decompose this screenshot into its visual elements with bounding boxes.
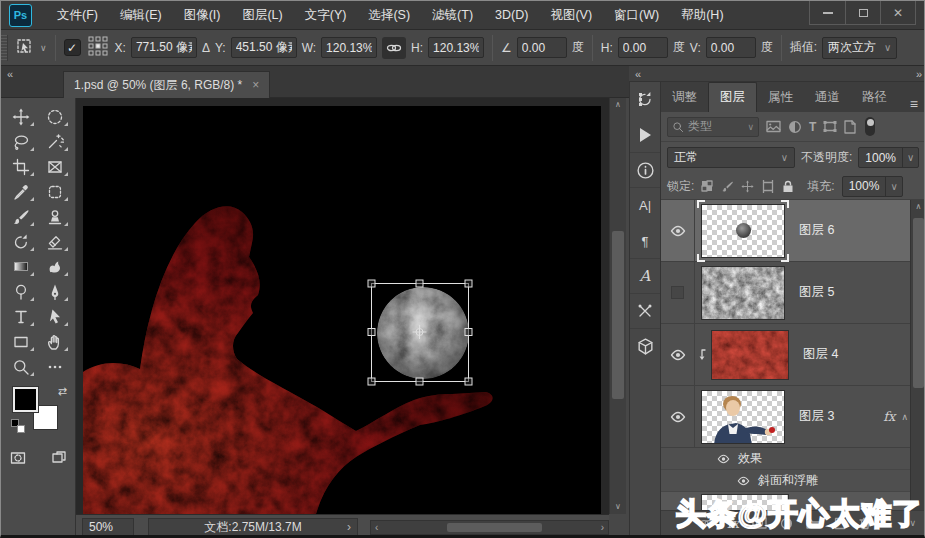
fill-field[interactable]: 100%∨ (842, 176, 903, 197)
relative-position-icon[interactable]: Δ (202, 41, 210, 55)
layer-row-5[interactable]: 图层 5 (661, 262, 925, 324)
layer-row-6[interactable]: 图层 6 (661, 200, 925, 262)
vertical-scroll-thumb[interactable] (612, 231, 624, 399)
character-panel-icon[interactable]: A| (634, 194, 656, 216)
scroll-down-icon[interactable]: ∨ (610, 500, 626, 514)
crop-tool[interactable] (4, 154, 38, 179)
rotation-input[interactable] (517, 37, 567, 58)
interpolation-select[interactable]: 两次立方∨ (822, 37, 897, 59)
tab-channels[interactable]: 通道 (804, 83, 851, 112)
move-tool[interactable] (4, 104, 38, 129)
minimize-button[interactable] (810, 1, 845, 24)
pen-tool[interactable] (38, 279, 72, 304)
x-input[interactable] (131, 37, 197, 58)
layer-name[interactable]: 图层 6 (799, 222, 834, 239)
collapse-effects-icon[interactable]: ∧ (901, 412, 908, 422)
reference-point-locator-icon[interactable] (86, 34, 110, 61)
toggle-reference-point-checkbox[interactable]: ✓ (64, 39, 81, 56)
glyphs-panel-icon[interactable]: A (634, 265, 656, 287)
lock-all-icon[interactable] (782, 180, 794, 193)
tab-layers[interactable]: 图层 (708, 82, 757, 112)
clone-stamp-tool[interactable] (38, 204, 72, 229)
horizontal-scroll-thumb[interactable] (447, 523, 542, 532)
dodge-tool[interactable] (4, 279, 38, 304)
tab-properties[interactable]: 属性 (757, 83, 804, 112)
lock-pixels-icon[interactable] (721, 180, 734, 193)
menu-item-type[interactable]: 文字(Y) (294, 1, 358, 30)
3d-panel-icon[interactable] (634, 335, 656, 357)
paragraph-panel-icon[interactable]: ¶ (634, 230, 656, 252)
brush-tool[interactable] (4, 204, 38, 229)
status-options-icon[interactable]: › (347, 520, 351, 534)
scroll-up-icon[interactable]: ∧ (610, 98, 626, 112)
visibility-toggle[interactable] (661, 324, 695, 385)
foreground-color-swatch[interactable] (13, 387, 38, 412)
lock-position-icon[interactable] (741, 180, 754, 193)
visibility-toggle[interactable] (661, 386, 695, 447)
info-panel-icon[interactable] (634, 159, 656, 181)
horizontal-scrollbar[interactable]: ‹ › (370, 520, 609, 535)
blend-mode-select[interactable]: 正常∨ (667, 147, 795, 168)
lock-transparent-icon[interactable] (701, 180, 714, 193)
tab-adjustments[interactable]: 调整 (661, 83, 708, 112)
bevel-emboss-row[interactable]: 斜面和浮雕 (661, 470, 925, 492)
type-tool[interactable] (4, 304, 38, 329)
menu-item-layer[interactable]: 图层(L) (231, 1, 293, 30)
layer-name[interactable]: 图层 3 (799, 408, 834, 425)
rectangle-tool[interactable] (4, 329, 38, 354)
eraser-tool[interactable] (38, 229, 72, 254)
frame-tool[interactable] (38, 154, 72, 179)
layer-thumbnail[interactable] (701, 266, 785, 320)
layer-row-3[interactable]: 图层 3 fx ∧ (661, 386, 925, 448)
hand-tool[interactable] (38, 329, 72, 354)
smudge-tool[interactable] (38, 254, 72, 279)
document-canvas[interactable] (83, 106, 601, 514)
height-input[interactable] (428, 37, 484, 58)
adjustment-filter-icon[interactable] (788, 120, 802, 134)
patch-tool[interactable] (38, 179, 72, 204)
y-input[interactable] (231, 37, 297, 58)
menu-item-filter[interactable]: 滤镜(T) (421, 1, 484, 30)
menu-item-view[interactable]: 视图(V) (539, 1, 603, 30)
shape-filter-icon[interactable] (823, 120, 837, 133)
maximize-button[interactable] (845, 1, 880, 24)
history-brush-tool[interactable] (4, 229, 38, 254)
scroll-right-icon[interactable]: › (601, 522, 604, 533)
layer-thumbnail[interactable] (711, 330, 789, 380)
smart-object-filter-icon[interactable] (844, 120, 856, 134)
gradient-tool[interactable] (4, 254, 38, 279)
swap-colors-icon[interactable]: ⇄ (58, 385, 67, 398)
layer-name[interactable]: 图层 5 (799, 284, 834, 301)
zoom-level-field[interactable]: 50% (82, 518, 134, 536)
screen-mode-button[interactable] (42, 445, 75, 470)
menu-item-window[interactable]: 窗口(W) (603, 1, 670, 30)
magic-wand-tool[interactable] (38, 129, 72, 154)
vertical-scrollbar[interactable]: ∧ ∨ (609, 98, 626, 514)
menu-item-image[interactable]: 图像(I) (173, 1, 232, 30)
pixel-filter-icon[interactable] (766, 120, 781, 133)
elliptical-marquee-tool[interactable] (38, 104, 72, 129)
menu-item-edit[interactable]: 编辑(E) (109, 1, 173, 30)
layer-thumbnail[interactable] (701, 204, 785, 258)
skew-h-input[interactable] (618, 37, 668, 58)
tool-presets-panel-icon[interactable] (634, 300, 656, 322)
canvas-area[interactable] (76, 98, 609, 514)
close-button[interactable]: ✕ (880, 1, 915, 24)
visibility-toggle[interactable] (661, 200, 695, 261)
collapse-strip-icon[interactable]: « (629, 66, 645, 82)
opacity-field[interactable]: 100%∨ (858, 147, 919, 168)
width-input[interactable] (321, 37, 377, 58)
fx-badge[interactable]: fx (883, 409, 895, 424)
scroll-left-icon[interactable]: ‹ (375, 522, 378, 533)
maintain-aspect-ratio-button[interactable] (382, 37, 406, 59)
lock-artboard-icon[interactable] (761, 180, 775, 193)
menu-item-file[interactable]: 文件(F) (46, 1, 109, 30)
default-colors-icon[interactable] (11, 419, 25, 433)
layers-scrollbar[interactable]: ∧ (910, 200, 925, 510)
scroll-up-icon[interactable]: ∧ (911, 200, 925, 214)
type-filter-icon[interactable]: T (809, 120, 816, 134)
layer-name[interactable]: 图层 4 (803, 346, 838, 363)
zoom-tool[interactable] (4, 354, 38, 379)
lasso-tool[interactable] (4, 129, 38, 154)
edit-toolbar-button[interactable] (38, 354, 72, 379)
